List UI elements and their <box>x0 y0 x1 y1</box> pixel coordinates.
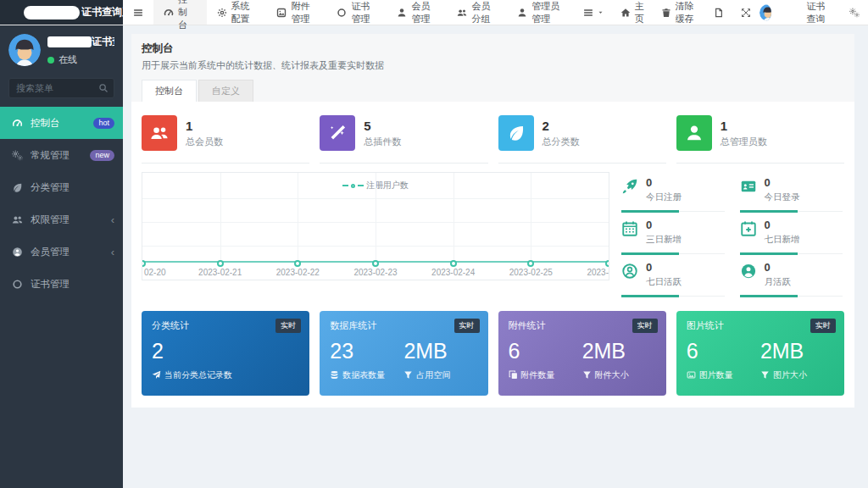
data-point <box>217 260 224 267</box>
topnav-item-admins[interactable]: 管理员管理 <box>507 0 574 25</box>
x-tick: 2023-02-26 <box>587 268 609 277</box>
leaf-icon <box>507 124 526 142</box>
sidebar-username: 证书查询 <box>92 35 114 49</box>
top-navbar: 证书查询系 控制台 系统配置 附件管理 证书管理 会员管理 会员分组 管理员管理… <box>0 0 868 25</box>
chevron-left-icon: ‹ <box>111 214 114 225</box>
tab-dashboard[interactable]: 控制台 <box>142 80 197 102</box>
fullscreen-button[interactable] <box>732 0 760 25</box>
sidebar-user-panel: 证书查询 在线 <box>0 25 123 73</box>
x-tick: 2023-02-23 <box>353 268 397 277</box>
sidebar-item-general[interactable]: 常规管理 new <box>0 139 123 171</box>
leaf-icon <box>12 182 23 193</box>
file-shortcut-button[interactable] <box>705 0 732 25</box>
realtime-badge: 实时 <box>454 319 480 333</box>
quick-stat-7day-active: 0七日活跃 <box>621 257 725 297</box>
topnav-item-certificates[interactable]: 证书管理 <box>326 0 387 25</box>
online-status-label: 在线 <box>58 53 77 66</box>
quick-stat-today-registered: 0今日注册 <box>621 172 725 212</box>
settings-menu-button[interactable] <box>841 0 868 25</box>
filter-icon <box>760 370 770 380</box>
tab-custom[interactable]: 自定义 <box>198 80 253 102</box>
copy-icon <box>509 370 518 380</box>
circle-icon <box>337 8 347 18</box>
sidebar-item-members[interactable]: 会员管理 ‹ <box>0 236 123 268</box>
stat-total-plugins: 5总插件数 <box>320 108 487 164</box>
filter-icon <box>582 370 592 380</box>
data-point <box>142 260 146 267</box>
user-icon <box>517 8 527 18</box>
quick-stat-today-logins: 0今日登录 <box>740 172 843 212</box>
users-icon <box>457 8 467 18</box>
hamburger-icon <box>133 8 143 18</box>
group-icon <box>150 124 169 142</box>
user-outline-icon <box>621 263 638 280</box>
realtime-badge: 实时 <box>810 319 836 333</box>
page-title: 控制台 <box>142 42 844 56</box>
sidebar-item-certificates[interactable]: 证书管理 <box>0 268 123 300</box>
navbar-avatar[interactable] <box>760 4 771 21</box>
summary-cards-row: 分类统计 实时 2 当前分类总记录数 数据库统计 实时 23 <box>142 311 844 396</box>
gauge-icon <box>164 8 174 18</box>
card-database-stats: 数据库统计 实时 23 数据表数量 2MB 占用空间 <box>320 311 487 396</box>
sidebar-item-dashboard[interactable]: 控制台 hot <box>0 107 123 139</box>
page-header: 控制台 用于展示当前系统中的统计数据、统计报表及重要实时数据 控制台 自定义 <box>131 34 854 102</box>
caret-down-icon <box>598 9 604 15</box>
new-badge: new <box>90 150 114 161</box>
users-icon <box>12 214 23 225</box>
rocket-icon <box>621 178 638 195</box>
topnav-item-attachments[interactable]: 附件管理 <box>266 0 326 25</box>
topnav-item-system-config[interactable]: 系统配置 <box>207 0 267 25</box>
quick-stats-grid: 0今日注册 0今日登录 0三日新增 0七日新增 <box>620 172 844 299</box>
gauge-icon <box>12 118 23 129</box>
file-icon <box>714 8 724 18</box>
quick-stat-7day-new: 0七日新增 <box>740 214 843 254</box>
registered-users-chart: 注册用户数 <box>142 172 609 280</box>
redaction-mask <box>24 6 80 19</box>
quick-stat-month-active: 0月活跃 <box>740 257 843 297</box>
brand-logo: 证书查询系 <box>0 0 123 25</box>
realtime-badge: 实时 <box>632 319 658 333</box>
cogs-icon <box>849 8 860 18</box>
brand-title: 证书查询系 <box>81 5 123 19</box>
calendar-icon <box>621 220 638 237</box>
x-tick: 2023-02-25 <box>509 268 553 277</box>
file-image-icon <box>276 8 287 18</box>
topnav-item-member-groups[interactable]: 会员分组 <box>447 0 507 25</box>
realtime-badge: 实时 <box>275 319 301 333</box>
data-point <box>450 260 457 267</box>
online-status-dot <box>47 57 54 64</box>
card-attachment-stats: 附件统计 实时 6 附件数量 2MB 附件大小 <box>498 311 666 396</box>
home-icon <box>620 8 631 18</box>
data-point <box>605 260 609 267</box>
redaction-mask <box>47 36 92 47</box>
topnav-item-dashboard[interactable]: 控制台 <box>153 0 207 25</box>
stats-row: 1总会员数 5总插件数 2总分类数 1总管理员数 <box>142 108 844 164</box>
clear-cache-button[interactable]: 清除缓存 <box>653 0 705 25</box>
topnav-item-members[interactable]: 会员管理 <box>387 0 447 25</box>
tab-list-dropdown-button[interactable] <box>575 0 612 25</box>
chevron-left-icon: ‹ <box>111 247 114 258</box>
image-icon <box>687 370 696 380</box>
user-icon <box>397 8 407 18</box>
expand-icon <box>741 8 751 18</box>
stat-total-categories: 2总分类数 <box>498 108 666 164</box>
sidebar-avatar[interactable] <box>8 34 41 66</box>
x-tick: 2023-02-22 <box>276 268 320 277</box>
stat-total-members: 1总会员数 <box>142 108 309 164</box>
x-tick: 02-20 <box>144 268 166 277</box>
sidebar-menu: 控制台 hot 常规管理 new 分类管理 权限管理 ‹ 会员管理 ‹ 证书管理 <box>0 107 123 300</box>
filter-icon <box>403 370 413 380</box>
sidebar: 证书查询 在线 控制台 hot 常规管理 new 分类管理 权限管理 ‹ <box>0 25 123 488</box>
sidebar-item-categories[interactable]: 分类管理 <box>0 171 123 203</box>
search-icon <box>98 83 108 93</box>
home-button[interactable]: 主页 <box>612 0 653 25</box>
id-card-icon <box>740 178 757 195</box>
username-menu[interactable]: 证书查询 <box>798 0 841 25</box>
sidebar-item-permissions[interactable]: 权限管理 ‹ <box>0 203 123 236</box>
tab-bar: 控制台 自定义 <box>142 80 844 102</box>
legend-label: 注册用户数 <box>366 180 409 191</box>
sidebar-toggle-button[interactable] <box>123 0 153 25</box>
user-circle-icon <box>12 247 23 258</box>
user-circle-icon <box>740 263 757 280</box>
gear-icon <box>217 8 227 18</box>
